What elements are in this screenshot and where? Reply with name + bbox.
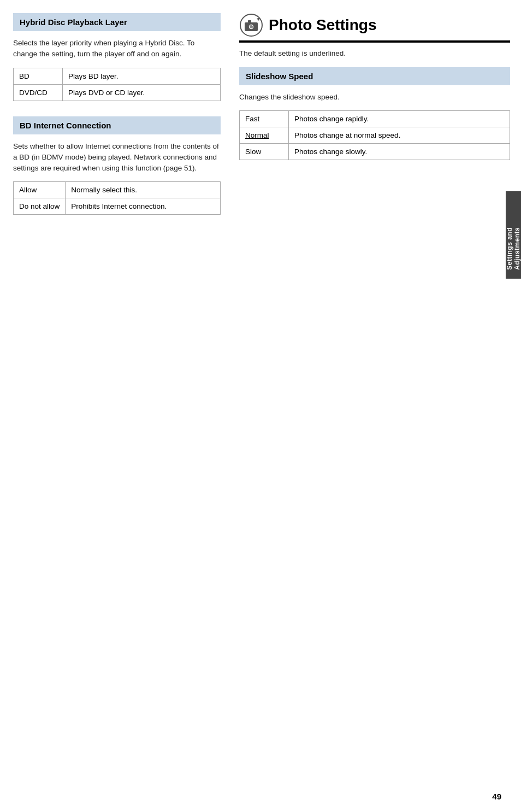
slideshow-speed-body: Changes the slideshow speed. [239,92,510,103]
side-tab: Settings and Adjustments [506,191,521,279]
option-cell: DVD/CD [14,84,63,101]
table-row: Do not allowProhibits Internet connectio… [14,198,221,215]
option-cell: Allow [14,182,66,198]
table-row: NormalPhotos change at normal speed. [240,127,510,144]
table-row: SlowPhotos change slowly. [240,144,510,160]
default-note: The default setting is underlined. [239,49,510,57]
svg-point-3 [250,25,253,28]
table-row: BDPlays BD layer. [14,68,221,84]
main-content: Hybrid Disc Playback Layer Selects the l… [0,0,521,812]
bd-internet-header: BD Internet Connection [13,116,221,134]
description-cell: Plays BD layer. [63,68,221,84]
slideshow-speed-header: Slideshow Speed [239,67,510,85]
hybrid-disc-table: BDPlays BD layer.DVD/CDPlays DVD or CD l… [13,68,221,101]
option-cell: Slow [240,144,289,160]
page-number: 49 [492,792,501,801]
bd-internet-body: Sets whether to allow Internet connectio… [13,141,221,174]
description-cell: Photos change at normal speed. [289,127,510,144]
description-cell: Normally select this. [66,182,221,198]
page-container: Hybrid Disc Playback Layer Selects the l… [0,0,521,812]
option-cell: Normal [240,127,289,144]
option-cell: Do not allow [14,198,66,215]
description-cell: Photos change rapidly. [289,111,510,127]
description-cell: Plays DVD or CD layer. [63,84,221,101]
camera-svg [239,13,263,37]
photo-icon [239,13,263,37]
description-cell: Prohibits Internet connection. [66,198,221,215]
option-cell: BD [14,68,63,84]
bd-internet-table: AllowNormally select this.Do not allowPr… [13,181,221,215]
hybrid-disc-header: Hybrid Disc Playback Layer [13,13,221,31]
hybrid-disc-body: Selects the layer priority when playing … [13,38,221,60]
left-column: Hybrid Disc Playback Layer Selects the l… [13,13,221,801]
svg-rect-4 [248,20,251,22]
photo-settings-title: Photo Settings [269,16,377,34]
underlined-option: Normal [245,131,269,139]
table-row: DVD/CDPlays DVD or CD layer. [14,84,221,101]
slideshow-speed-table: FastPhotos change rapidly.NormalPhotos c… [239,110,510,160]
option-cell: Fast [240,111,289,127]
photo-settings-header: Photo Settings [239,13,510,43]
table-row: AllowNormally select this. [14,182,221,198]
description-cell: Photos change slowly. [289,144,510,160]
right-column: Photo Settings The default setting is un… [234,13,510,801]
table-row: FastPhotos change rapidly. [240,111,510,127]
